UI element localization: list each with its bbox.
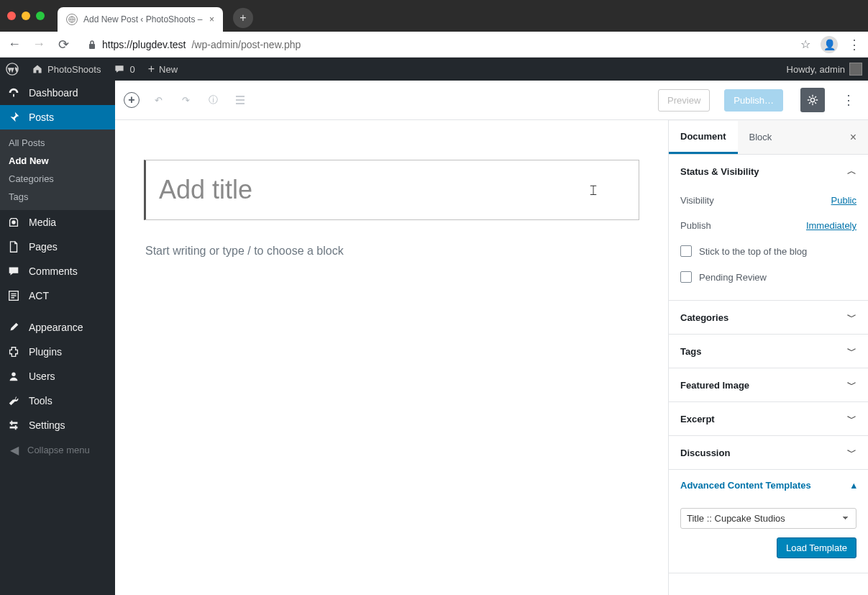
sidebar-item-tools[interactable]: Tools [0, 389, 115, 413]
checkbox-icon[interactable] [680, 271, 692, 283]
panel-header-status[interactable]: Status & Visibility ︿ [669, 155, 868, 188]
publish-button[interactable]: Publish… [724, 89, 783, 112]
sidebar-item-dashboard[interactable]: Dashboard [0, 81, 115, 105]
sidebar-item-users[interactable]: Users [0, 364, 115, 389]
submenu-categories[interactable]: Categories [0, 170, 115, 188]
account-link[interactable]: Howdy, admin [787, 63, 862, 76]
brush-icon [7, 321, 22, 334]
publish-value-link[interactable]: Immediately [806, 220, 856, 231]
panel-title: Tags [680, 346, 701, 357]
sidebar-label: Plugins [29, 346, 62, 358]
svg-rect-9 [15, 425, 17, 430]
settings-sidebar: Document Block × Status & Visibility ︿ V… [668, 120, 868, 595]
sidebar-item-pages[interactable]: Pages [0, 235, 115, 259]
lock-icon [88, 40, 96, 50]
new-label: New [159, 64, 178, 75]
visibility-row: Visibility Public [680, 188, 856, 213]
settings-icon [7, 419, 22, 432]
panel-header-tags[interactable]: Tags ﹀ [669, 335, 868, 368]
globe-icon [66, 14, 78, 25]
redo-button[interactable]: ↷ [177, 91, 194, 109]
panel-header-excerpt[interactable]: Excerpt ﹀ [669, 402, 868, 435]
chevron-down-icon: ﹀ [847, 412, 856, 425]
sidebar-label: Settings [29, 419, 65, 431]
sidebar-item-act[interactable]: ACT [0, 283, 115, 308]
stick-label: Stick to the top of the blog [699, 246, 807, 257]
svg-rect-8 [11, 421, 12, 425]
chevron-down-icon: ﹀ [847, 345, 856, 358]
settings-tabs: Document Block × [669, 120, 868, 155]
more-options-button[interactable]: ⋮ [838, 92, 859, 108]
sidebar-item-posts[interactable]: Posts [0, 105, 115, 130]
new-tab-button[interactable]: + [233, 8, 253, 28]
settings-toggle-button[interactable] [800, 88, 825, 112]
home-icon [32, 63, 43, 75]
title-block[interactable]: 𝙸 [144, 160, 639, 220]
outline-button[interactable] [232, 91, 249, 109]
pending-checkbox-row[interactable]: Pending Review [680, 264, 856, 290]
submenu-add-new[interactable]: Add New [0, 152, 115, 170]
tab-block[interactable]: Block [738, 122, 784, 153]
template-select[interactable]: Title :: Cupcake Studios [680, 508, 856, 529]
panel-header-act[interactable]: Advanced Content Templates ▴ [669, 470, 868, 501]
site-name-link[interactable]: PhotoShoots [32, 63, 101, 75]
panel-header-featured-image[interactable]: Featured Image ﹀ [669, 368, 868, 401]
close-tab-icon[interactable]: × [209, 14, 214, 24]
comments-link[interactable]: 0 [114, 63, 134, 75]
plugin-icon [7, 345, 22, 358]
preview-button[interactable]: Preview [658, 89, 710, 112]
maximize-window-button[interactable] [36, 12, 45, 20]
add-block-button[interactable]: + [124, 92, 140, 108]
url-path: /wp-admin/post-new.php [191, 39, 301, 50]
profile-avatar[interactable]: 👤 [821, 36, 838, 53]
sidebar-item-settings[interactable]: Settings [0, 413, 115, 437]
browser-tab[interactable]: Add New Post ‹ PhotoShoots – × [58, 7, 223, 32]
publish-label: Publish [680, 220, 711, 231]
wp-logo[interactable] [6, 63, 19, 76]
panel-header-categories[interactable]: Categories ﹀ [669, 301, 868, 334]
submenu-tags[interactable]: Tags [0, 188, 115, 206]
chevron-down-icon: ﹀ [847, 446, 856, 459]
info-button[interactable]: ⓘ [204, 91, 221, 109]
panel-discussion: Discussion ﹀ [669, 436, 868, 470]
sidebar-label: Dashboard [29, 87, 78, 99]
sidebar-item-media[interactable]: Media [0, 210, 115, 235]
panel-status-visibility: Status & Visibility ︿ Visibility Public … [669, 155, 868, 301]
sidebar-item-appearance[interactable]: Appearance [0, 315, 115, 340]
sidebar-item-plugins[interactable]: Plugins [0, 340, 115, 364]
collapse-label: Collapse menu [27, 445, 90, 455]
tab-document[interactable]: Document [669, 121, 738, 154]
comments-count: 0 [129, 64, 134, 75]
svg-point-10 [810, 98, 814, 101]
reload-button[interactable]: ⟳ [56, 37, 70, 53]
close-window-button[interactable] [7, 12, 16, 20]
chevron-down-icon: ﹀ [847, 378, 856, 391]
admin-sidebar: Dashboard Posts All Posts Add New Catego… [0, 81, 115, 595]
user-avatar [849, 63, 862, 76]
undo-button[interactable]: ↶ [150, 91, 167, 109]
title-input[interactable] [159, 175, 626, 205]
load-template-button[interactable]: Load Template [777, 537, 856, 558]
sidebar-item-comments[interactable]: Comments [0, 259, 115, 283]
comments-icon [7, 265, 22, 278]
text-cursor-icon: 𝙸 [588, 182, 598, 199]
pin-icon [7, 111, 22, 124]
browser-menu-icon[interactable]: ⋮ [848, 37, 861, 53]
checkbox-icon[interactable] [680, 245, 692, 257]
panel-title: Categories [680, 312, 728, 323]
close-settings-icon[interactable]: × [839, 131, 868, 144]
body-placeholder[interactable]: Start writing or type / to choose a bloc… [144, 245, 639, 258]
address-bar[interactable]: https://plugdev.test/wp-admin/post-new.p… [81, 35, 790, 55]
collapse-menu-button[interactable]: ◀ Collapse menu [0, 437, 115, 463]
minimize-window-button[interactable] [22, 12, 30, 20]
chevron-down-icon: ﹀ [847, 311, 856, 324]
back-button[interactable]: ← [7, 37, 22, 52]
submenu-all-posts[interactable]: All Posts [0, 134, 115, 152]
stick-checkbox-row[interactable]: Stick to the top of the blog [680, 238, 856, 264]
visibility-value-link[interactable]: Public [831, 195, 856, 206]
panel-categories: Categories ﹀ [669, 301, 868, 335]
forward-button[interactable]: → [32, 37, 46, 52]
bookmark-icon[interactable]: ☆ [800, 37, 810, 51]
panel-header-discussion[interactable]: Discussion ﹀ [669, 436, 868, 469]
new-content-link[interactable]: + New [148, 63, 178, 76]
